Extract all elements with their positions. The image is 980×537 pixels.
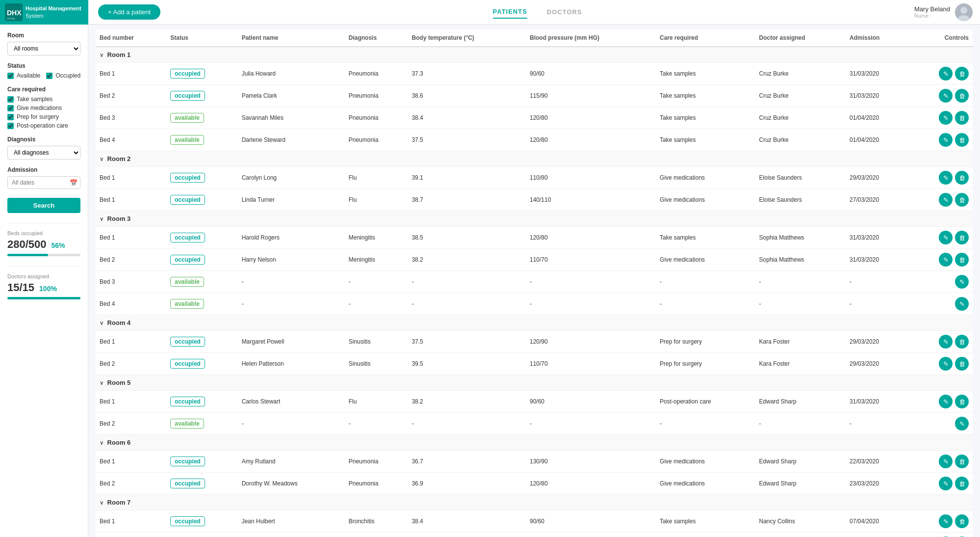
delete-button[interactable]: 🗑 xyxy=(955,133,969,147)
delete-button[interactable]: 🗑 xyxy=(955,111,969,125)
beds-stats: Beds occupied 280/500 56% xyxy=(7,223,80,256)
avatar xyxy=(955,3,973,21)
care-post-op[interactable]: Post-operation care xyxy=(7,122,80,129)
edit-button[interactable]: ✎ xyxy=(939,171,953,185)
care-give-medications[interactable]: Give medications xyxy=(7,105,80,111)
room-name: ∨ Room 7 xyxy=(96,495,973,510)
temperature: 38.4 xyxy=(408,510,526,533)
care-filter: Care required Take samples Give medicati… xyxy=(7,86,80,129)
status-badge: available xyxy=(170,299,204,309)
status-occupied-check[interactable]: Occupied xyxy=(46,72,80,79)
delete-button[interactable]: 🗑 xyxy=(955,395,969,408)
user-info: Mary Beland Nurse xyxy=(914,5,950,19)
controls-group: ✎ 🗑 xyxy=(913,171,969,185)
blood-pressure: 130/90 xyxy=(526,451,656,473)
tab-patients[interactable]: PATIENTS xyxy=(493,5,527,19)
add-patient-button[interactable]: + Add a patient xyxy=(98,4,160,20)
delete-button[interactable]: 🗑 xyxy=(955,89,969,103)
delete-button[interactable]: 🗑 xyxy=(955,455,969,468)
col-admission: Admission xyxy=(846,29,909,47)
edit-button[interactable]: ✎ xyxy=(939,514,953,528)
bed-number: Bed 1 xyxy=(96,331,166,353)
room-name: ∨ Room 4 xyxy=(96,315,973,331)
edit-button[interactable]: ✎ xyxy=(939,231,953,244)
care-prep-surgery[interactable]: Prep for surgery xyxy=(7,113,80,120)
room-name: ∨ Room 6 xyxy=(96,435,973,451)
doctor-assigned: Kara Foster xyxy=(755,353,846,375)
table-header-row: Bed number Status Patient name Diagnosis… xyxy=(96,29,973,47)
bed-number: Bed 1 xyxy=(96,167,166,189)
delete-button[interactable]: 🗑 xyxy=(955,514,969,528)
delete-button[interactable]: 🗑 xyxy=(955,193,969,207)
edit-button[interactable]: ✎ xyxy=(939,253,953,267)
system-name-2: System xyxy=(26,12,81,19)
patient-name: Tiffany Conte xyxy=(238,533,345,537)
delete-button[interactable]: 🗑 xyxy=(955,253,969,267)
beds-row: 280/500 56% xyxy=(7,238,80,251)
status-available-check[interactable]: Available xyxy=(7,72,40,79)
controls-cell: ✎ 🗑 xyxy=(909,189,973,211)
care-required: Give medications xyxy=(656,473,755,495)
controls-cell: ✎ xyxy=(909,271,973,293)
blood-pressure: 120/80 xyxy=(526,129,656,151)
delete-button[interactable]: 🗑 xyxy=(955,335,969,349)
bed-status: occupied xyxy=(166,331,237,353)
status-badge: occupied xyxy=(170,516,205,526)
tab-doctors[interactable]: DOCTORS xyxy=(547,5,582,19)
patient-name: Helen Patterson xyxy=(238,353,345,375)
temperature: 37.5 xyxy=(408,331,526,353)
patient-name: Savannah Miles xyxy=(238,107,345,129)
patient-name: Margaret Powell xyxy=(238,331,345,353)
delete-button[interactable]: 🗑 xyxy=(955,477,969,490)
edit-button[interactable]: ✎ xyxy=(939,357,953,371)
edit-button[interactable]: ✎ xyxy=(939,111,953,125)
status-badge: occupied xyxy=(170,397,205,406)
edit-button[interactable]: ✎ xyxy=(939,477,953,490)
edit-button[interactable]: ✎ xyxy=(939,395,953,408)
controls-cell: ✎ xyxy=(909,293,973,315)
col-patient: Patient name xyxy=(238,29,345,47)
delete-button[interactable]: 🗑 xyxy=(955,357,969,371)
doctors-progress-fill xyxy=(7,297,80,299)
patient-name: Harry Nelson xyxy=(238,249,345,271)
edit-button[interactable]: ✎ xyxy=(939,335,953,349)
patient-name: - xyxy=(238,293,345,315)
care-take-samples[interactable]: Take samples xyxy=(7,96,80,103)
admission-date: 31/03/2020 xyxy=(846,63,909,85)
search-button[interactable]: Search xyxy=(7,198,80,213)
edit-button[interactable]: ✎ xyxy=(955,297,969,311)
bed-status: available xyxy=(166,413,237,435)
blood-pressure: 120/80 xyxy=(526,107,656,129)
edit-button[interactable]: ✎ xyxy=(939,89,953,103)
admission-date: 27/03/2020 xyxy=(846,189,909,211)
patients-table: Bed number Status Patient name Diagnosis… xyxy=(96,29,973,537)
edit-button[interactable]: ✎ xyxy=(939,133,953,147)
controls-group: ✎ 🗑 xyxy=(913,253,969,267)
edit-button[interactable]: ✎ xyxy=(939,455,953,468)
temperature: 39.1 xyxy=(408,167,526,189)
doctor-assigned: Nancy Collins xyxy=(755,510,846,533)
temperature: 39.5 xyxy=(408,353,526,375)
bed-status: occupied xyxy=(166,533,237,537)
delete-button[interactable]: 🗑 xyxy=(955,171,969,185)
delete-button[interactable]: 🗑 xyxy=(955,231,969,244)
col-diagnosis: Diagnosis xyxy=(345,29,408,47)
edit-button[interactable]: ✎ xyxy=(939,67,953,81)
room-select[interactable]: All rooms xyxy=(7,42,80,55)
edit-button[interactable]: ✎ xyxy=(939,193,953,207)
doctor-assigned: Cruz Burke xyxy=(755,107,846,129)
svg-text:DHX: DHX xyxy=(7,9,22,17)
diagnosis-select[interactable]: All diagnoses xyxy=(7,146,80,160)
blood-pressure: - xyxy=(526,293,656,315)
delete-button[interactable]: 🗑 xyxy=(955,67,969,81)
edit-button[interactable]: ✎ xyxy=(955,275,969,289)
bed-number: Bed 3 xyxy=(96,271,166,293)
bed-status: occupied xyxy=(166,167,237,189)
care-take-samples-label: Take samples xyxy=(17,96,52,103)
edit-button[interactable]: ✎ xyxy=(955,417,969,430)
bed-number: Bed 1 xyxy=(96,63,166,85)
status-badge: occupied xyxy=(170,173,205,183)
patient-name: Linda Turner xyxy=(238,189,345,211)
doctor-assigned: Cruz Burke xyxy=(755,63,846,85)
admission-date-wrap: 📅 xyxy=(7,176,80,189)
